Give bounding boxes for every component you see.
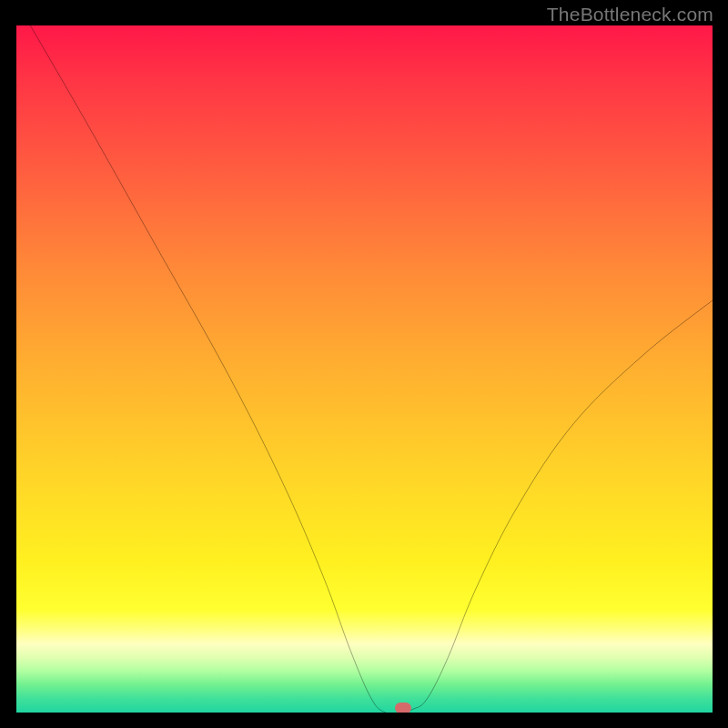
optimum-marker: [395, 703, 411, 713]
attribution-text: TheBottleneck.com: [547, 4, 713, 25]
chart-container: [16, 25, 713, 713]
plot-background: [16, 25, 713, 713]
bottleneck-curve: [16, 25, 713, 713]
